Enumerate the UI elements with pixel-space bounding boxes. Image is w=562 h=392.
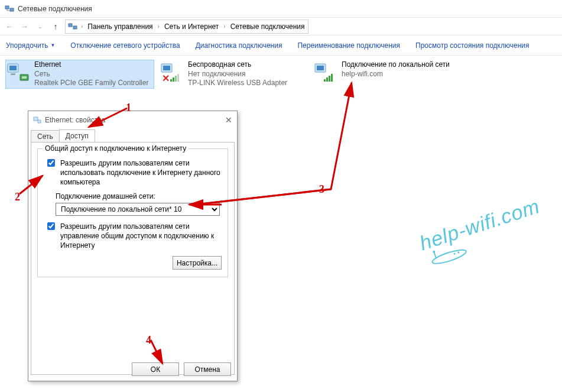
svg-rect-18 (177, 74, 179, 82)
svg-rect-16 (173, 77, 174, 82)
caret-down-icon: ▼ (50, 43, 55, 48)
breadcrumb-item[interactable]: Панель управления (86, 22, 154, 31)
ok-button[interactable]: ОК (132, 362, 179, 376)
svg-rect-6 (73, 26, 77, 29)
nav-recent-caret-icon[interactable]: ⌄ (34, 21, 46, 33)
connection-name: Подключение по локальной сети* 10 (342, 60, 449, 70)
rename-link[interactable]: Переименование подключения (297, 41, 400, 50)
svg-rect-22 (326, 77, 328, 82)
explorer-titlebar: Сетевые подключения (0, 0, 562, 18)
svg-rect-8 (9, 66, 17, 70)
dialog-titlebar[interactable]: Ethernet: свойства ✕ (28, 111, 237, 129)
cancel-button-label: Отмена (194, 365, 220, 374)
command-bar: Упорядочить ▼ Отключение сетевого устрой… (0, 35, 562, 56)
home-network-label: Подключение домашней сети: (56, 192, 222, 200)
svg-text:✕: ✕ (162, 73, 170, 83)
chevron-right-icon[interactable]: › (80, 23, 84, 30)
tab-network-label: Сеть (37, 132, 53, 141)
tab-network[interactable]: Сеть (31, 130, 60, 142)
connections-panel: Ethernet Сеть Realtek PCIe GBE Family Co… (0, 56, 562, 91)
connection-status: Сеть (34, 70, 148, 79)
connection-status: Нет подключения (188, 70, 287, 79)
ics-group-title: Общий доступ к подключению к Интернету (43, 144, 189, 153)
allow-control-label: Разрешить другим пользователям сети упра… (60, 222, 222, 251)
annotation-3: 3 (319, 183, 324, 196)
cancel-button[interactable]: Отмена (184, 362, 231, 376)
watermark: help-wifi.com (417, 195, 547, 270)
network-connections-icon (68, 22, 77, 31)
nav-up-icon[interactable]: ↑ (50, 21, 61, 33)
disable-device-link[interactable]: Отключение сетевого устройства (70, 41, 180, 50)
nav-back-icon[interactable]: ← (4, 21, 15, 33)
svg-rect-0 (5, 6, 9, 9)
connection-item-lan10[interactable]: Подключение по локальной сети* 10 help-w… (313, 60, 449, 88)
organize-label: Упорядочить (6, 41, 48, 50)
settings-button[interactable]: Настройка... (173, 256, 222, 270)
adapter-icon (33, 116, 41, 124)
svg-rect-13 (163, 66, 170, 70)
svg-rect-17 (175, 76, 177, 82)
ics-group: Общий доступ к подключению к Интернету Р… (37, 148, 228, 277)
connection-item-wireless[interactable]: ✕ Беспроводная сеть Нет подключения TP-L… (160, 60, 307, 88)
ethernet-properties-dialog: Ethernet: свойства ✕ Сеть Доступ Общий д… (28, 111, 238, 381)
network-connections-icon (5, 4, 14, 14)
tab-sharing[interactable]: Доступ (59, 129, 95, 142)
svg-rect-5 (69, 24, 72, 27)
wifi-adapter-on-icon (313, 60, 337, 84)
status-link[interactable]: Просмотр состояния подключения (415, 41, 529, 50)
svg-rect-24 (331, 74, 333, 82)
address-bar: ← → ⌄ ↑ › Панель управления › Сеть и Инт… (0, 18, 562, 35)
nav-forward-icon: → (19, 21, 31, 33)
close-icon[interactable]: ✕ (225, 115, 232, 125)
breadcrumb[interactable]: › Панель управления › Сеть и Интернет › … (65, 20, 308, 34)
breadcrumb-item[interactable]: Сеть и Интернет (163, 22, 220, 31)
connection-name: Ethernet (34, 60, 148, 70)
svg-point-35 (453, 252, 456, 255)
ethernet-adapter-icon (6, 60, 30, 84)
dialog-tabs: Сеть Доступ (28, 129, 237, 142)
svg-rect-20 (317, 66, 324, 70)
wifi-adapter-off-icon: ✕ (160, 60, 183, 84)
svg-rect-9 (11, 73, 15, 75)
connection-device: Realtek PCIe GBE Family Controller (34, 79, 148, 88)
connection-device: TP-LINK Wireless USB Adapter (188, 79, 287, 88)
dialog-title: Ethernet: свойства (45, 116, 105, 124)
allow-sharing-checkbox[interactable] (47, 159, 55, 167)
window-title: Сетевые подключения (18, 5, 92, 13)
svg-rect-23 (329, 76, 330, 82)
svg-rect-15 (170, 79, 172, 82)
allow-control-checkbox[interactable] (47, 222, 55, 230)
svg-rect-21 (324, 79, 326, 82)
svg-point-36 (457, 251, 459, 254)
ok-button-label: ОК (151, 365, 160, 374)
tab-sharing-label: Доступ (66, 132, 89, 140)
svg-rect-11 (22, 76, 27, 79)
connection-status: help-wifi.com (342, 70, 449, 79)
chevron-right-icon[interactable]: › (157, 23, 161, 30)
home-network-select[interactable]: Подключение по локальной сети* 10 (56, 203, 220, 216)
chevron-right-icon[interactable]: › (222, 23, 226, 30)
organize-menu[interactable]: Упорядочить ▼ (6, 41, 55, 50)
settings-button-label: Настройка... (177, 259, 217, 267)
breadcrumb-item[interactable]: Сетевые подключения (229, 22, 306, 31)
allow-sharing-label: Разрешить другим пользователям сети испо… (60, 158, 222, 187)
connection-name: Беспроводная сеть (188, 60, 287, 70)
annotation-1: 1 (126, 102, 131, 114)
svg-rect-25 (34, 117, 38, 121)
annotation-4: 4 (146, 334, 151, 346)
annotation-2: 2 (15, 191, 20, 203)
diagnose-link[interactable]: Диагностика подключения (196, 41, 282, 50)
sharing-panel: Общий доступ к подключению к Интернету Р… (31, 142, 235, 375)
svg-rect-26 (38, 120, 41, 123)
connection-item-ethernet[interactable]: Ethernet Сеть Realtek PCIe GBE Family Co… (6, 60, 154, 88)
